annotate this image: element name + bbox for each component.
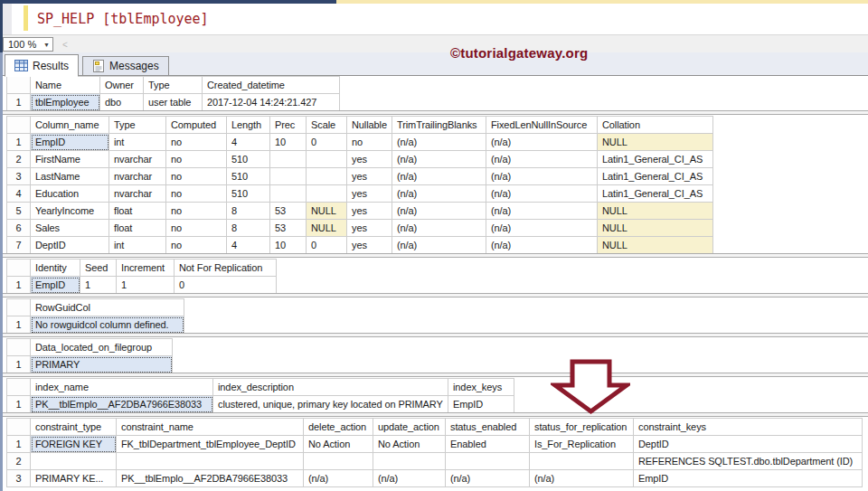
grid-cell[interactable]: dbo [100, 94, 144, 111]
row-number[interactable]: 1 [7, 316, 31, 334]
grid-cell[interactable]: no [166, 134, 227, 151]
grid-corner[interactable] [7, 117, 31, 134]
grid-corner[interactable] [7, 299, 31, 316]
grid-cell[interactable]: no [166, 203, 227, 220]
grid-cell[interactable]: Latin1_General_CI_AS [598, 151, 713, 168]
grid-cell[interactable]: 0 [307, 237, 347, 254]
grid-cell[interactable]: 510 [227, 168, 270, 185]
grid-cell[interactable]: REFERENCES SQLTEST.dbo.tblDepartment (ID… [634, 453, 863, 470]
row-number[interactable]: 3 [7, 168, 31, 185]
grid-cell[interactable]: (n/a) [392, 220, 486, 237]
grid-cell[interactable]: (n/a) [486, 185, 598, 203]
grid-cell[interactable]: NULL [307, 220, 347, 237]
grid-cell[interactable]: (n/a) [392, 134, 486, 151]
grid-cell[interactable] [304, 453, 373, 470]
grid-cell[interactable]: NULL [598, 237, 713, 254]
grid-cell[interactable] [270, 185, 307, 203]
grid-cell[interactable] [373, 453, 446, 470]
grid-cell[interactable]: YearlyIncome [31, 203, 109, 220]
column-header[interactable]: FixedLenNullInSource [486, 117, 598, 134]
grid-cell[interactable]: user table [144, 94, 203, 111]
grid-cell[interactable]: (n/a) [530, 470, 634, 487]
grid-splitter[interactable] [3, 110, 868, 115]
query-editor[interactable]: SP_HELP [tblEmployee] [3, 4, 868, 34]
row-number[interactable]: 1 [7, 134, 31, 151]
grid-cell[interactable]: (n/a) [486, 220, 598, 237]
grid-cell[interactable]: (n/a) [446, 470, 530, 487]
grid-cell[interactable]: 0 [175, 277, 277, 294]
column-header[interactable]: constraint_type [31, 419, 117, 436]
zoom-dropdown[interactable]: 100 % ▼ [3, 37, 53, 52]
row-number[interactable]: 1 [7, 396, 31, 413]
grid-cell[interactable]: (n/a) [486, 168, 598, 185]
grid-cell[interactable]: (n/a) [373, 470, 446, 487]
grid-corner[interactable] [7, 77, 31, 94]
column-header[interactable]: delete_action [304, 419, 373, 436]
column-header[interactable]: index_keys [448, 379, 514, 396]
grid-cell[interactable]: tblEmployee [31, 94, 100, 111]
grid-cell[interactable]: EmpID [31, 277, 80, 294]
grid-cell[interactable]: int [109, 134, 166, 151]
grid-cell[interactable]: 1 [80, 277, 117, 294]
grid-cell[interactable]: clustered, unique, primary key located o… [213, 396, 448, 413]
row-number[interactable]: 1 [7, 436, 31, 453]
query-text[interactable]: SP_HELP [tblEmployee] [37, 11, 209, 27]
grid-corner[interactable] [7, 339, 31, 356]
grid-cell[interactable] [270, 168, 307, 185]
grid-cell[interactable]: FOREIGN KEY [31, 436, 117, 453]
column-header[interactable]: index_description [213, 379, 448, 396]
grid-corner[interactable] [7, 260, 31, 277]
grid-splitter[interactable] [3, 253, 868, 258]
grid-cell[interactable]: 53 [270, 220, 307, 237]
grid-cell[interactable]: DeptID [634, 436, 863, 453]
column-header[interactable]: Type [144, 77, 203, 94]
grid-cell[interactable]: FirstName [31, 151, 109, 168]
column-header[interactable]: Nullable [347, 117, 392, 134]
grid-cell[interactable]: 10 [270, 237, 307, 254]
grid-cell[interactable]: PK__tblEmplo__AF2DBA7966E38033 [31, 396, 213, 413]
grid-cell[interactable]: Enabled [446, 436, 530, 453]
grid-cell[interactable]: PRIMARY [31, 356, 173, 373]
grid-cell[interactable]: no [166, 220, 227, 237]
grid-cell[interactable]: Sales [31, 220, 109, 237]
column-header[interactable]: constraint_keys [634, 419, 863, 436]
grid-cell[interactable]: 53 [270, 203, 307, 220]
column-header[interactable]: Owner [100, 77, 144, 94]
grid-cell[interactable]: no [166, 237, 227, 254]
grid-cell[interactable]: no [166, 185, 227, 203]
column-header[interactable]: index_name [31, 379, 213, 396]
grid-splitter[interactable] [3, 412, 868, 417]
grid-cell[interactable]: (n/a) [392, 168, 486, 185]
grid-cell[interactable]: int [109, 237, 166, 254]
tab-results[interactable]: Results [5, 54, 79, 77]
grid-cell[interactable]: yes [347, 168, 392, 185]
grid-cell[interactable] [307, 185, 347, 203]
grid-cell[interactable]: Education [31, 185, 109, 203]
grid-cell[interactable]: EmpID [448, 396, 514, 413]
grid-cell[interactable]: 4 [227, 134, 270, 151]
grid-splitter[interactable] [3, 333, 868, 337]
column-header[interactable]: Increment [117, 260, 175, 277]
column-header[interactable]: RowGuidCol [31, 299, 184, 316]
column-header[interactable]: status_for_replication [530, 419, 634, 436]
grid-cell[interactable]: nvarchar [109, 151, 166, 168]
grid-cell[interactable]: 10 [270, 134, 307, 151]
column-header[interactable]: status_enabled [446, 419, 530, 436]
column-header[interactable]: Type [109, 117, 166, 134]
scroll-left-button[interactable]: < [58, 37, 72, 52]
row-number[interactable]: 1 [7, 277, 31, 294]
grid-cell[interactable]: No rowguidcol column defined. [31, 316, 184, 334]
grid-cell[interactable]: (n/a) [392, 237, 486, 254]
column-header[interactable]: Data_located_on_filegroup [31, 339, 173, 356]
grid-cell[interactable] [530, 453, 634, 470]
grid-cell[interactable]: NULL [598, 220, 713, 237]
grid-cell[interactable]: yes [347, 203, 392, 220]
grid-splitter[interactable] [3, 293, 868, 297]
grid-cell[interactable]: (n/a) [392, 185, 486, 203]
grid-cell[interactable]: PK__tblEmplo__AF2DBA7966E38033 [117, 470, 304, 487]
column-header[interactable]: Computed [166, 117, 227, 134]
grid-cell[interactable]: Latin1_General_CI_AS [598, 168, 713, 185]
grid-cell[interactable]: 4 [227, 237, 270, 254]
column-header[interactable]: Name [31, 77, 100, 94]
grid-cell[interactable]: (n/a) [486, 237, 598, 254]
